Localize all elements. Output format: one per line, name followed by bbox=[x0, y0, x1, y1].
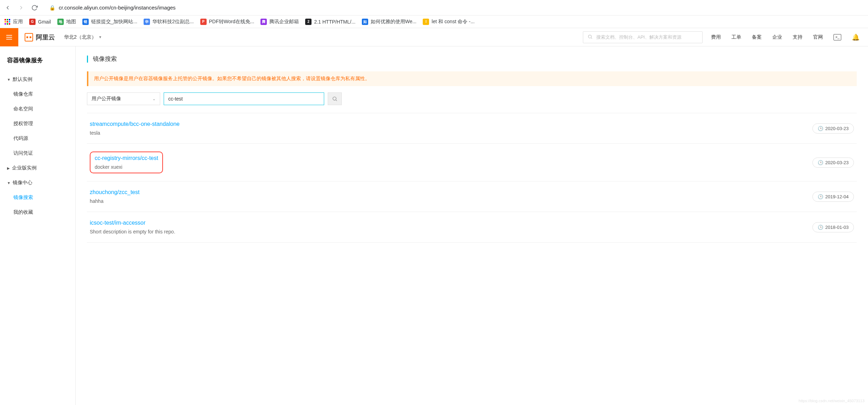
terminal-icon[interactable]: >_ bbox=[834, 34, 841, 40]
result-title-link[interactable]: zhouchong/zcc_test bbox=[90, 189, 139, 195]
filter-select-value: 用户公开镜像 bbox=[92, 96, 121, 102]
top-nav-item[interactable]: 费用 bbox=[711, 34, 721, 40]
image-search-input[interactable] bbox=[168, 96, 320, 102]
result-date-badge: 🕒 2020-03-23 bbox=[812, 158, 854, 168]
bookmark-apps[interactable]: 应用 bbox=[4, 19, 23, 25]
bookmark-item[interactable]: 链链接提交_加快网站... bbox=[82, 19, 137, 25]
sidebar-item[interactable]: 镜像仓库 bbox=[0, 87, 75, 102]
result-date-text: 2020-03-23 bbox=[825, 160, 849, 165]
result-title-link[interactable]: icsoc-test/im-accessor bbox=[90, 220, 175, 226]
svg-line-4 bbox=[591, 38, 592, 39]
result-description: tesla bbox=[90, 130, 180, 136]
caret-down-icon: ▼ bbox=[7, 78, 11, 82]
bookmark-item[interactable]: 腾腾讯企业邮箱 bbox=[260, 19, 299, 25]
url-text: cr.console.aliyun.com/cn-beijing/instanc… bbox=[59, 5, 176, 11]
back-button[interactable] bbox=[4, 4, 12, 12]
bookmark-item[interactable]: 22.1 HTTP/HTML/... bbox=[305, 19, 355, 25]
bookmarks-bar: 应用 GGmail地地图链链接提交_加快网站...华华软科技2位副总...PPD… bbox=[0, 15, 868, 28]
result-description: docker xuexi bbox=[95, 164, 158, 170]
brand[interactable]: 阿里云 bbox=[18, 33, 61, 41]
sidebar-group-center[interactable]: ▼ 镜像中心 bbox=[0, 175, 75, 190]
clock-icon: 🕒 bbox=[818, 194, 823, 199]
chevron-down-icon: ⌄ bbox=[152, 97, 156, 101]
result-date-text: 2018-01-03 bbox=[825, 225, 849, 230]
title-accent-bar bbox=[87, 56, 88, 63]
top-nav-item[interactable]: 企业 bbox=[772, 34, 782, 40]
sidebar-title: 容器镜像服务 bbox=[0, 56, 75, 72]
result-item: streamcompute/bcc-one-standalone tesla 🕒… bbox=[87, 113, 857, 144]
clock-icon: 🕒 bbox=[818, 160, 823, 165]
brand-text: 阿里云 bbox=[36, 33, 55, 41]
result-date-text: 2020-03-23 bbox=[825, 126, 849, 131]
sidebar-group-label: 镜像中心 bbox=[13, 180, 32, 186]
sidebar-item-active[interactable]: 镜像搜索 bbox=[0, 190, 75, 205]
bookmark-item[interactable]: PPDF转Word在线免... bbox=[200, 19, 254, 25]
sidebar-group-label: 默认实例 bbox=[13, 76, 32, 83]
apps-grid-icon bbox=[4, 19, 11, 25]
search-submit-button[interactable] bbox=[328, 92, 342, 105]
bookmark-favicon-icon: 如 bbox=[362, 19, 368, 25]
bookmark-item[interactable]: llet 和 const 命令 -... bbox=[423, 19, 474, 25]
bookmark-favicon-icon: 腾 bbox=[260, 19, 267, 25]
caret-down-icon: ▼ bbox=[7, 181, 11, 185]
sidebar-item[interactable]: 访问凭证 bbox=[0, 146, 75, 161]
svg-point-5 bbox=[333, 97, 336, 100]
filter-select[interactable]: 用户公开镜像 ⌄ bbox=[87, 92, 160, 105]
clock-icon: 🕒 bbox=[818, 225, 823, 230]
image-search-field[interactable] bbox=[164, 92, 324, 105]
forward-button[interactable] bbox=[17, 4, 25, 12]
result-left: icsoc-test/im-accessor Short description… bbox=[90, 220, 175, 234]
bookmark-label: 腾讯企业邮箱 bbox=[269, 19, 299, 25]
bookmark-item[interactable]: 地地图 bbox=[57, 19, 76, 25]
result-item: icsoc-test/im-accessor Short description… bbox=[87, 212, 857, 243]
url-bar[interactable]: 🔒 cr.console.aliyun.com/cn-beijing/insta… bbox=[44, 2, 864, 13]
region-selector[interactable]: 华北2（北京） ▼ bbox=[64, 34, 102, 40]
result-item: cc-registry-mirrors/cc-test docker xuexi… bbox=[87, 144, 857, 181]
bell-icon[interactable]: 🔔 bbox=[852, 33, 860, 41]
global-search[interactable] bbox=[583, 31, 703, 43]
top-nav: 费用工单备案企业支持官网>_🔔 bbox=[711, 33, 868, 41]
top-nav-item[interactable]: 支持 bbox=[793, 34, 803, 40]
result-title-link[interactable]: streamcompute/bcc-one-standalone bbox=[90, 121, 180, 127]
bookmark-label: 华软科技2位副总... bbox=[152, 19, 194, 25]
result-date-text: 2019-12-04 bbox=[825, 194, 849, 199]
bookmark-favicon-icon: G bbox=[29, 19, 36, 25]
notice-banner: 用户公开镜像是用户在容器镜像服务上托管的公开镜像。如果您不希望自己的镜像被其他人… bbox=[87, 71, 857, 86]
bookmark-label: 地图 bbox=[66, 19, 76, 25]
caret-right-icon: ▶ bbox=[7, 166, 10, 170]
result-description: hahha bbox=[90, 198, 139, 204]
sidebar-item[interactable]: 我的收藏 bbox=[0, 205, 75, 220]
bookmark-label: let 和 const 命令 -... bbox=[432, 19, 474, 25]
sidebar-item[interactable]: 代码源 bbox=[0, 131, 75, 146]
brand-logo-icon bbox=[25, 33, 33, 41]
menu-toggle-button[interactable] bbox=[0, 28, 18, 46]
top-nav-item[interactable]: 备案 bbox=[752, 34, 762, 40]
bookmark-favicon-icon: 地 bbox=[57, 19, 64, 25]
bookmark-favicon-icon: P bbox=[200, 19, 207, 25]
bookmark-favicon-icon: 华 bbox=[144, 19, 150, 25]
app-header: 阿里云 华北2（北京） ▼ 费用工单备案企业支持官网>_🔔 bbox=[0, 28, 868, 46]
bookmark-favicon-icon: 2 bbox=[305, 19, 312, 25]
result-date-badge: 🕒 2018-01-03 bbox=[812, 222, 854, 232]
top-nav-item[interactable]: 官网 bbox=[813, 34, 823, 40]
browser-toolbar: 🔒 cr.console.aliyun.com/cn-beijing/insta… bbox=[0, 0, 868, 15]
bookmark-item[interactable]: 华华软科技2位副总... bbox=[144, 19, 194, 25]
result-left: cc-registry-mirrors/cc-test docker xuexi bbox=[90, 152, 163, 173]
bookmark-favicon-icon: 链 bbox=[82, 19, 89, 25]
main-content: 镜像搜索 用户公开镜像是用户在容器镜像服务上托管的公开镜像。如果您不希望自己的镜… bbox=[76, 46, 868, 405]
global-search-input[interactable] bbox=[596, 34, 698, 40]
result-date-badge: 🕒 2020-03-23 bbox=[812, 123, 854, 134]
top-nav-item[interactable]: 工单 bbox=[731, 34, 741, 40]
region-label: 华北2（北京） bbox=[64, 34, 96, 40]
bookmark-item[interactable]: 如如何优雅的使用We... bbox=[362, 19, 416, 25]
sidebar-group-enterprise[interactable]: ▶ 企业版实例 bbox=[0, 161, 75, 175]
sidebar-group-default[interactable]: ▼ 默认实例 bbox=[0, 72, 75, 87]
result-title-link[interactable]: cc-registry-mirrors/cc-test bbox=[95, 155, 158, 161]
sidebar-item[interactable]: 命名空间 bbox=[0, 102, 75, 116]
reload-button[interactable] bbox=[30, 4, 39, 12]
result-list: streamcompute/bcc-one-standalone tesla 🕒… bbox=[87, 113, 857, 243]
notice-text: 用户公开镜像是用户在容器镜像服务上托管的公开镜像。如果您不希望自己的镜像被其他人… bbox=[94, 76, 370, 81]
sidebar-item[interactable]: 授权管理 bbox=[0, 116, 75, 131]
bookmark-item[interactable]: GGmail bbox=[29, 19, 51, 25]
bookmark-label: 链接提交_加快网站... bbox=[91, 19, 137, 25]
